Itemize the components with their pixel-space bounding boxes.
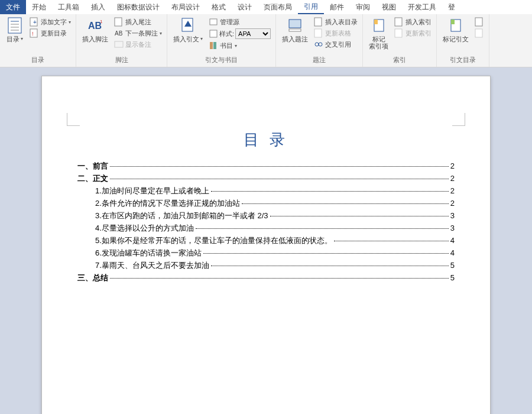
insert-tof-button[interactable]: 插入表目录 — [313, 17, 359, 27]
citation-style-select[interactable]: APA — [235, 28, 271, 39]
svg-rect-27 — [395, 18, 402, 26]
tab-格式[interactable]: 格式 — [206, 0, 232, 14]
svg-rect-32 — [475, 29, 482, 37]
tab-file[interactable]: 文件 — [0, 0, 26, 14]
tab-插入[interactable]: 插入 — [85, 0, 111, 14]
group-label-footnotes: 脚注 — [80, 54, 163, 66]
svg-point-23 — [315, 43, 319, 46]
tab-邮件[interactable]: 邮件 — [324, 0, 350, 14]
group-footnotes: AB1 插入脚注 插入尾注 AB下一条脚注▾ 显示备注 脚注 — [76, 14, 167, 67]
page-area: 目 录 一、前言2二、正文21.加油时间尽量定在早上或者晚上22.条件允许的情况… — [0, 67, 532, 414]
toc-row[interactable]: 2.条件允许的情况下尽量选择正规的加油站2 — [77, 198, 455, 209]
toc-leader — [110, 166, 449, 167]
update-index-button[interactable]: 更新索引 — [393, 28, 433, 38]
insert-toa-icon — [475, 17, 484, 27]
tab-布局设计[interactable]: 布局设计 — [166, 0, 206, 14]
toc-text: 二、正文 — [77, 173, 108, 184]
toc-leader — [196, 228, 449, 229]
group-label-citations: 引文与书目 — [171, 54, 272, 66]
doc-title: 目 录 — [77, 130, 455, 150]
insert-index-button[interactable]: 插入索引 — [393, 17, 433, 27]
insert-toa-button[interactable] — [473, 17, 485, 27]
toc-text: 三、总结 — [77, 273, 108, 283]
svg-rect-15 — [210, 19, 217, 25]
toc-row[interactable]: 3.在市区内跑的话，加油只加到邮箱的一半或者 2/33 — [77, 211, 455, 221]
tab-开发工具[interactable]: 开发工具 — [402, 0, 442, 14]
crop-mark-tl — [67, 113, 80, 126]
group-label-toc: 目录 — [4, 54, 72, 66]
toc-text: 一、前言 — [77, 161, 108, 172]
mark-citation-button[interactable]: 标记引文 — [440, 15, 471, 44]
menu-bar: 文件 开始工具箱插入图标数据设计布局设计格式设计页面布局引用邮件审阅视图开发工具… — [0, 0, 532, 14]
toc-page: 4 — [450, 236, 455, 245]
citation-icon — [179, 17, 197, 34]
toc-text: 5.如果你不是经常开车的话，尽量让车子的油量保持在低液面的状态。 — [95, 235, 332, 246]
toc-page: 2 — [450, 199, 455, 208]
update-table-button[interactable]: 更新表格 — [313, 28, 359, 38]
mark-index-button[interactable]: 标记 索引项 — [366, 15, 391, 51]
insert-endnote-button[interactable]: 插入尾注 — [113, 17, 163, 27]
toc-list: 一、前言2二、正文21.加油时间尽量定在早上或者晚上22.条件允许的情况下尽量选… — [77, 161, 455, 283]
toc-page: 4 — [450, 248, 455, 257]
group-toc: 目录▾ +添加文字▾ !更新目录 目录 — [0, 14, 76, 67]
add-text-icon: + — [30, 17, 39, 27]
tab-开始[interactable]: 开始 — [26, 0, 52, 14]
show-notes-button[interactable]: 显示备注 — [113, 39, 163, 50]
toc-row[interactable]: 5.如果你不是经常开车的话，尽量让车子的油量保持在低液面的状态。4 — [77, 235, 455, 246]
tab-审阅[interactable]: 审阅 — [350, 0, 376, 14]
tab-页面布局[interactable]: 页面布局 — [258, 0, 298, 14]
svg-rect-19 — [289, 20, 301, 28]
update-toc-icon: ! — [30, 28, 39, 38]
toc-row[interactable]: 6.发现油罐车的话请换一家油站4 — [77, 248, 455, 258]
insert-footnote-button[interactable]: AB1 插入脚注 — [80, 15, 111, 44]
toc-leader — [334, 241, 449, 241]
toc-button[interactable]: 目录▾ — [4, 15, 26, 44]
manage-sources-button[interactable]: 管理源 — [207, 17, 272, 27]
next-footnote-button[interactable]: AB下一条脚注▾ — [113, 28, 163, 38]
tab-设计[interactable]: 设计 — [232, 0, 258, 14]
toc-row[interactable]: 7.暴雨天、台风天之后不要去加油5 — [77, 260, 455, 271]
insert-caption-button[interactable]: 插入题注 — [280, 15, 310, 44]
add-text-button[interactable]: +添加文字▾ — [28, 17, 72, 27]
svg-rect-11 — [115, 18, 122, 26]
chevron-down-icon: ▾ — [69, 20, 71, 25]
ribbon: 目录▾ +添加文字▾ !更新目录 目录 AB1 插入脚注 插入尾注 AB下一条脚… — [0, 14, 532, 67]
toc-page: 3 — [450, 211, 455, 220]
toc-leader — [211, 266, 449, 266]
tab-图标数据设计[interactable]: 图标数据设计 — [111, 0, 166, 14]
group-captions: 插入题注 插入表目录 更新表格 交叉引用 题注 — [276, 14, 363, 67]
svg-text:1: 1 — [100, 19, 103, 24]
next-footnote-icon: AB — [114, 28, 124, 38]
cross-reference-button[interactable]: 交叉引用 — [313, 39, 359, 50]
toc-row[interactable]: 一、前言2 — [77, 161, 455, 172]
toc-row[interactable]: 1.加油时间尽量定在早上或者晚上2 — [77, 186, 455, 196]
toc-page: 2 — [450, 186, 455, 195]
show-notes-icon — [114, 40, 124, 49]
svg-rect-0 — [8, 18, 21, 33]
toc-row[interactable]: 三、总结5 — [77, 273, 455, 283]
chevron-down-icon: ▾ — [235, 43, 237, 48]
toc-icon — [6, 17, 24, 34]
toc-label: 目录 — [7, 35, 20, 43]
update-toc-button[interactable]: !更新目录 — [28, 28, 72, 38]
svg-rect-30 — [451, 20, 455, 24]
svg-rect-7 — [30, 29, 37, 37]
caption-icon — [286, 17, 304, 34]
mark-index-icon — [370, 17, 388, 34]
insert-index-icon — [394, 17, 404, 27]
tab-工具箱[interactable]: 工具箱 — [52, 0, 85, 14]
toc-text: 7.暴雨天、台风天之后不要去加油 — [95, 260, 209, 271]
toc-row[interactable]: 二、正文2 — [77, 173, 455, 184]
insert-citation-button[interactable]: 插入引文▾ — [171, 15, 205, 44]
group-citations: 插入引文▾ 管理源 样式:APA 书目▾ 引文与书目 — [167, 14, 276, 67]
toc-text: 1.加油时间尽量定在早上或者晚上 — [95, 186, 209, 196]
update-table-icon — [314, 28, 323, 38]
tab-视图[interactable]: 视图 — [376, 0, 402, 14]
citation-style-row: 样式:APA — [207, 28, 272, 40]
toc-row[interactable]: 4.尽量选择以公升的方式加油3 — [77, 223, 455, 234]
group-index: 标记 索引项 插入索引 更新索引 索引 — [363, 14, 437, 67]
bibliography-button[interactable]: 书目▾ — [207, 40, 272, 51]
svg-rect-22 — [314, 29, 322, 37]
tab-引用[interactable]: 引用 — [298, 0, 324, 14]
update-toa-button[interactable] — [473, 28, 485, 38]
